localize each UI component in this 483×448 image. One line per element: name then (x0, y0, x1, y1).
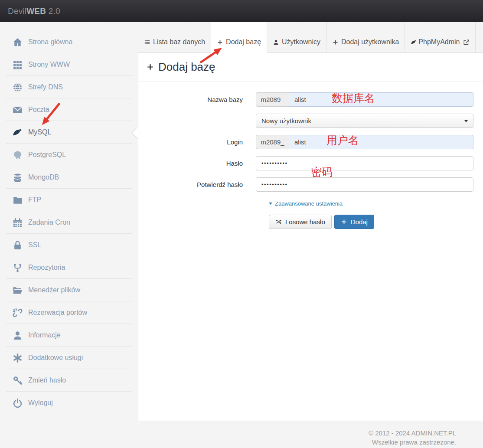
sidebar-item-label: MySQL (28, 128, 51, 136)
sidebar-item-rezerwacja-portow[interactable]: Rezerwacja portów (0, 301, 138, 324)
sidebar-item-label: Rezerwacja portów (28, 309, 87, 317)
user-icon (273, 39, 279, 46)
sidebar-item-poczta[interactable]: Poczta (0, 98, 138, 121)
login-group: m2089_ (256, 135, 473, 149)
sidebar-menu: Strona główna Strony WWW Strefy DNS Pocz… (0, 22, 138, 414)
password-confirm-row: Potwierdź hasło (146, 177, 483, 192)
folder-icon (12, 195, 23, 206)
annotation-db-name: 数据库名 (332, 92, 375, 104)
user-select[interactable]: Nowy użytkownik (256, 114, 473, 128)
sidebar-item-postgresql[interactable]: PostgreSQL (0, 144, 138, 166)
password-label: Hasło (146, 160, 256, 167)
sidebar-item-zadania-cron[interactable]: Zadania Cron (0, 211, 138, 234)
chevron-down-icon (464, 120, 468, 122)
login-prefix: m2089_ (256, 135, 289, 149)
advanced-settings-label: Zaawansowane ustawienia (275, 200, 343, 207)
database-icon (12, 172, 23, 183)
globe-icon (12, 82, 23, 93)
shuffle-icon (275, 219, 282, 225)
user-select-value: Nowy użytkownik (261, 117, 311, 124)
list-icon (144, 39, 150, 46)
advanced-settings-link[interactable]: Zaawansowane ustawienia (269, 200, 343, 207)
login-input[interactable] (289, 135, 473, 149)
postgresql-elephant-icon (12, 150, 23, 160)
folder-open-icon (12, 285, 23, 296)
key-icon (12, 375, 23, 386)
asterisk-icon (12, 353, 23, 363)
tab-uzytkownicy[interactable]: Użytkownicy (267, 22, 326, 52)
form-actions: Losowe hasło Dodaj (269, 215, 483, 229)
plus-icon (332, 39, 339, 46)
sidebar-item-label: Zadania Cron (28, 219, 70, 226)
sidebar-item-label: Wyloguj (28, 399, 53, 407)
db-name-prefix: m2089_ (256, 92, 289, 107)
sites-grid-icon (12, 59, 23, 70)
active-item-notch (132, 127, 138, 138)
sidebar-item-repozytoria[interactable]: Repozytoria (0, 256, 138, 279)
app-brand: DevilWEB 2.0 (0, 0, 483, 22)
footer: © 2012 - 2024 ADMIN.NET.PL Wszelkie praw… (369, 428, 456, 447)
mysql-dolphin-icon (411, 39, 417, 46)
sidebar-item-informacje[interactable]: Informacje (0, 324, 138, 347)
sidebar-item-strony-www[interactable]: Strony WWW (0, 53, 138, 76)
sidebar-item-label: Strefy DNS (28, 83, 63, 91)
sidebar-item-strefy-dns[interactable]: Strefy DNS (0, 76, 138, 98)
sidebar-item-mysql[interactable]: MySQL (0, 121, 138, 144)
tab-phpmyadmin[interactable]: PhpMyAdmin (405, 22, 475, 52)
sidebar-item-dodatkowe-uslugi[interactable]: Dodatkowe usługi (0, 347, 138, 369)
footer-rights: Wszelkie prawa zastrzeżone. (369, 438, 456, 447)
password-input[interactable] (256, 156, 473, 170)
external-link-icon (463, 39, 470, 46)
login-row: Login m2089_ (146, 135, 483, 149)
tab-dodaj-uzytkownika[interactable]: Dodaj użytkownika (326, 22, 405, 52)
tab-label: Dodaj użytkownika (341, 38, 399, 46)
add-button-label: Dodaj (351, 218, 368, 226)
content-area: Dodaj bazę Nazwa bazy m2089_ Nowy użytko… (138, 53, 483, 229)
main-panel: Lista baz danych Dodaj bazę Użytkownicy … (138, 22, 483, 421)
user-select-row: Nowy użytkownik (146, 114, 483, 128)
sidebar-item-menedzer-plikow[interactable]: Menedżer plików (0, 279, 138, 301)
db-name-label: Nazwa bazy (146, 96, 256, 103)
footer-copyright: © 2012 - 2024 ADMIN.NET.PL (369, 428, 456, 438)
sidebar-item-label: MongoDB (28, 173, 59, 181)
sidebar-item-label: SSL (28, 241, 41, 249)
sidebar: Strona główna Strony WWW Strefy DNS Pocz… (0, 22, 138, 448)
plus-icon (341, 219, 347, 225)
brand-prefix: Devil (8, 7, 26, 16)
sidebar-item-ftp[interactable]: FTP (0, 189, 138, 211)
sidebar-item-label: Menedżer plików (28, 286, 80, 294)
password-confirm-input[interactable] (256, 177, 473, 192)
sidebar-item-label: PostgreSQL (28, 151, 66, 159)
plus-icon (146, 63, 154, 71)
caret-down-icon (269, 203, 272, 205)
sidebar-item-strona-glowna[interactable]: Strona główna (0, 31, 138, 53)
sidebar-item-label: Informacje (28, 331, 61, 339)
chain-broken-icon (12, 307, 23, 318)
tab-label: PhpMyAdmin (418, 38, 460, 46)
red-arrow-to-mysql-item (37, 101, 62, 128)
sidebar-item-wyloguj[interactable]: Wyloguj (0, 392, 138, 414)
random-password-label: Losowe hasło (285, 218, 325, 226)
tab-bar-filler (476, 22, 483, 52)
db-name-input[interactable] (289, 92, 473, 107)
annotation-password: 密码 (311, 166, 333, 178)
sidebar-item-zmien-haslo[interactable]: Zmień hasło (0, 369, 138, 392)
title-divider (138, 82, 483, 82)
sidebar-item-label: Zmień hasło (28, 376, 66, 384)
sidebar-item-label: Strona główna (28, 38, 72, 46)
mysql-dolphin-icon (12, 127, 23, 138)
annotation-username: 用户名 (326, 134, 359, 146)
sidebar-item-label: Strony WWW (28, 61, 70, 69)
add-database-form: Nazwa bazy m2089_ Nowy użytkownik Login … (146, 92, 483, 229)
sidebar-item-ssl[interactable]: SSL (0, 234, 138, 256)
sidebar-item-mongodb[interactable]: MongoDB (0, 166, 138, 189)
brand-strong: WEB (26, 7, 46, 16)
random-password-button[interactable]: Losowe hasło (269, 215, 332, 229)
envelope-icon (12, 105, 23, 115)
home-icon (12, 37, 23, 48)
brand-version: 2.0 (49, 7, 60, 16)
add-button[interactable]: Dodaj (334, 215, 374, 229)
db-name-row: Nazwa bazy m2089_ (146, 92, 483, 107)
power-icon (12, 398, 23, 409)
user-icon (12, 330, 23, 341)
